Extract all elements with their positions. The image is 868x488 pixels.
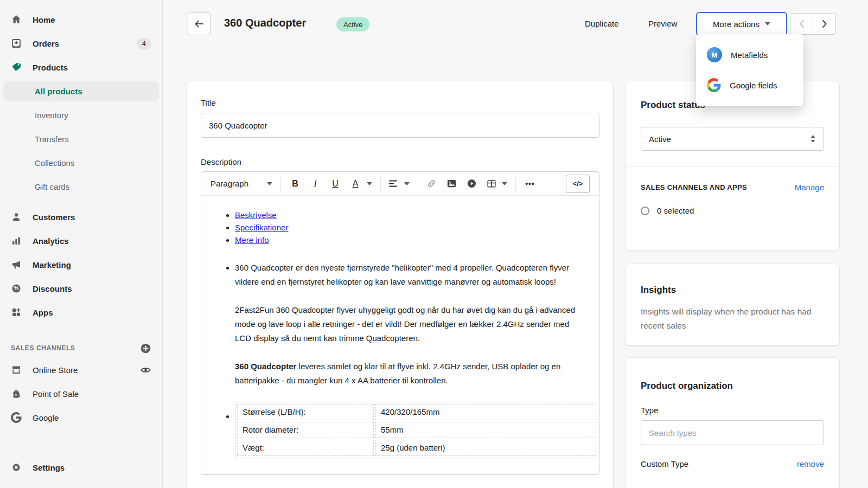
sidebar-item-inventory[interactable]: Inventory — [0, 103, 162, 127]
title-input[interactable] — [201, 113, 599, 138]
menu-item-google-fields[interactable]: Google fields — [696, 70, 803, 100]
view-online-store-eye-icon[interactable] — [140, 364, 151, 376]
description-anchor-links: Beskrivelse Specifikationer Mere info — [215, 209, 585, 246]
customers-icon — [11, 211, 22, 222]
description-paragraph-3: 360 Quadcopter leveres samlet og klar ti… — [235, 359, 585, 388]
sidebar-item-orders[interactable]: Orders 4 — [0, 31, 162, 55]
description-editor-content[interactable]: Beskrivelse Specifikationer Mere info 36… — [201, 196, 599, 474]
more-actions-button[interactable]: More actions — [696, 12, 787, 36]
description-label: Description — [201, 157, 599, 166]
mere-info-link[interactable]: Mere info — [235, 235, 269, 245]
sidebar-item-discounts[interactable]: % Discounts — [0, 277, 162, 300]
previous-product-button[interactable] — [790, 14, 813, 34]
text-color-dropdown[interactable]: A — [349, 179, 372, 189]
type-search-input[interactable] — [641, 420, 824, 445]
spec-name-cell: Størrelse (L/B/H): — [237, 404, 374, 420]
type-label: Type — [641, 406, 824, 415]
sidebar-item-all-products[interactable]: All products — [3, 81, 159, 101]
back-button[interactable] — [188, 12, 210, 35]
sidebar-item-settings[interactable]: Settings — [0, 455, 162, 479]
insights-card: Insights Insights will display when the … — [626, 264, 839, 345]
list-item: Størrelse (L/B/H): 420/320/165mm Rotor d… — [235, 402, 585, 458]
sidebar-item-label: Apps — [33, 308, 53, 317]
duplicate-button[interactable]: Duplicate — [585, 19, 619, 28]
insert-link-button[interactable] — [426, 178, 438, 189]
table-row: Størrelse (L/B/H): 420/320/165mm — [237, 404, 596, 420]
sidebar-item-transfers[interactable]: Transfers — [0, 127, 162, 151]
spec-value-cell: 420/320/165mm — [375, 404, 596, 420]
next-product-button[interactable] — [813, 14, 835, 34]
google-channel-icon — [11, 412, 22, 423]
sidebar-item-label: Online Store — [33, 365, 78, 375]
sidebar-item-customers[interactable]: Customers — [0, 205, 162, 229]
description-paragraph-2: 2Fast2Fun 360 Quadcopter flyver uhyggeli… — [235, 303, 585, 345]
add-sales-channel-button[interactable] — [140, 343, 151, 354]
product-status-select[interactable]: Active — [641, 127, 824, 151]
sidebar-item-label: Analytics — [33, 236, 69, 246]
text-color-button: A — [349, 179, 361, 189]
editor-toolbar: Paragraph B I U A — [201, 172, 599, 196]
bold-text: 360 Quadcopter — [235, 362, 296, 371]
specs-table: Størrelse (L/B/H): 420/320/165mm Rotor d… — [235, 402, 598, 458]
insert-video-button[interactable] — [467, 178, 478, 189]
list-item: Beskrivelse — [235, 209, 585, 221]
sidebar-item-google[interactable]: Google — [0, 406, 162, 429]
remove-custom-type-link[interactable]: remove — [797, 459, 824, 468]
underline-button[interactable]: U — [329, 179, 341, 189]
metafields-icon: M — [707, 47, 722, 62]
products-tag-icon — [11, 62, 22, 73]
orders-count-badge: 4 — [137, 38, 151, 49]
sidebar-subitem-label: Gift cards — [35, 182, 69, 191]
sales-channels-label: SALES CHANNELS — [11, 344, 75, 352]
toolbar-divider — [418, 177, 418, 191]
beskrivelse-link[interactable]: Beskrivelse — [235, 210, 277, 220]
custom-type-row: Custom Type remove — [641, 459, 824, 468]
table-dropdown[interactable] — [487, 179, 507, 189]
more-actions-menu: M Metafields Google fields — [696, 34, 803, 106]
list-item: Specifikationer — [235, 221, 585, 234]
specifikationer-link[interactable]: Specifikationer — [235, 223, 288, 232]
orders-icon — [11, 38, 22, 49]
sidebar-item-collections[interactable]: Collections — [0, 151, 162, 175]
sidebar-item-point-of-sale[interactable]: s Point of Sale — [0, 382, 162, 406]
manage-link[interactable]: Manage — [795, 183, 824, 192]
sidebar-item-gift-cards[interactable]: Gift cards — [0, 175, 162, 198]
insert-table-icon — [487, 179, 496, 189]
sidebar-item-online-store[interactable]: Online Store — [0, 358, 162, 382]
insert-image-button[interactable] — [446, 178, 458, 189]
channels-selected-circle-icon — [641, 207, 649, 215]
card-divider — [626, 166, 839, 166]
sidebar-subitem-label: Transfers — [35, 134, 69, 144]
more-tools-button[interactable]: ••• — [524, 179, 536, 188]
select-updown-icon — [810, 134, 816, 143]
sidebar-item-analytics[interactable]: Analytics — [0, 229, 162, 253]
list-item: 360 Quadcopter er den nyeste fjernstyred… — [235, 261, 585, 388]
alignment-dropdown[interactable] — [389, 180, 410, 188]
spec-name-cell: Vægt: — [237, 440, 374, 456]
sidebar-item-products[interactable]: Products — [0, 55, 162, 79]
sidebar-item-label: Marketing — [33, 260, 71, 269]
apps-icon — [11, 307, 22, 318]
settings-gear-icon — [11, 462, 22, 473]
sidebar-item-home[interactable]: Home — [0, 8, 162, 31]
insights-body: Insights will display when the product h… — [641, 305, 824, 333]
paragraph-style-dropdown[interactable]: Paragraph — [210, 179, 272, 188]
show-html-button[interactable]: </> — [566, 175, 590, 193]
product-organization-title: Product organization — [641, 381, 824, 391]
italic-button[interactable]: I — [309, 178, 321, 189]
menu-item-metafields[interactable]: M Metafields — [696, 40, 803, 70]
sidebar-item-apps[interactable]: Apps — [0, 300, 162, 324]
sidebar-nav: Home Orders 4 — [0, 0, 162, 429]
sidebar-item-label: Home — [33, 15, 55, 24]
chevron-down-icon — [367, 182, 372, 185]
preview-button[interactable]: Preview — [648, 19, 677, 28]
sidebar-item-marketing[interactable]: Marketing — [0, 253, 162, 277]
rich-text-editor: Paragraph B I U A — [201, 171, 599, 475]
pagination-controls — [790, 13, 836, 35]
spec-name-cell: Rotor diameter: — [237, 422, 374, 438]
toolbar-divider — [380, 177, 381, 191]
paragraph-style-label: Paragraph — [210, 179, 248, 188]
chevron-down-icon — [502, 182, 507, 185]
align-left-icon — [389, 180, 399, 188]
bold-button[interactable]: B — [289, 179, 301, 189]
